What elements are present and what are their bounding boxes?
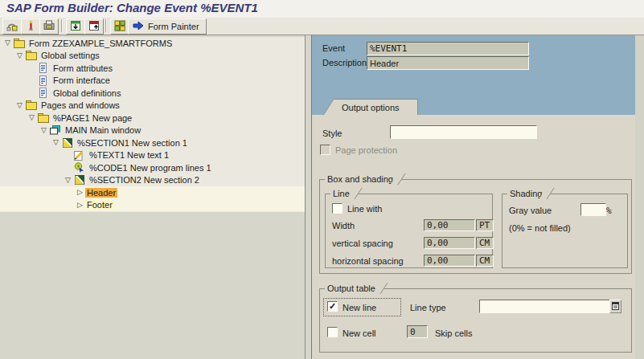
document-icon xyxy=(37,75,49,86)
width-label: Width xyxy=(332,221,355,230)
page-protection-label: Page protection xyxy=(335,145,397,155)
form-painter-button[interactable]: Form Painter xyxy=(128,18,207,35)
dropdown-list-icon xyxy=(612,301,619,312)
tree-node-section2[interactable]: %SECTION2 New section 2 xyxy=(0,174,305,187)
expand-open-icon[interactable] xyxy=(14,51,25,61)
tree-node-global-settings[interactable]: Global settings xyxy=(0,50,305,63)
arrow-right-icon xyxy=(133,21,144,32)
tree-node-main-window[interactable]: MAIN Main window xyxy=(0,124,305,137)
page-title: SAP Form Builder: Change Event %EVENT1 xyxy=(6,1,258,14)
tree-node-label[interactable]: %PAGE1 New page xyxy=(51,113,133,123)
field-list-icon xyxy=(113,19,126,34)
width-unit-field[interactable]: PT xyxy=(476,219,494,231)
section-icon xyxy=(73,175,85,185)
description-field[interactable]: Header xyxy=(367,56,529,70)
tree-node-label[interactable]: Global definitions xyxy=(51,88,122,98)
expand-open-icon[interactable] xyxy=(51,137,61,148)
tree-node-label[interactable]: Form attributes xyxy=(51,63,114,73)
form-painter-label: Form Painter xyxy=(148,22,199,31)
new-cell-label: New cell xyxy=(343,328,376,338)
tree-node-label[interactable]: Footer xyxy=(85,200,114,210)
title-bar: SAP Form Builder: Change Event %EVENT1 xyxy=(0,0,644,18)
shading-note: (0% = not filled) xyxy=(509,223,571,233)
toggle-display-change-button[interactable] xyxy=(2,18,22,35)
document-icon xyxy=(37,63,49,73)
width-field[interactable]: 0,00 xyxy=(424,219,475,231)
tree-node-label[interactable]: Pages and windows xyxy=(39,100,121,110)
folder-icon xyxy=(25,100,37,110)
skip-cells-label: Skip cells xyxy=(435,328,472,338)
horizontal-spacing-label: horizontal spacing xyxy=(332,256,404,266)
toolbar: Form Painter xyxy=(0,18,644,35)
tree-node-label-selected[interactable]: Header xyxy=(85,188,117,198)
line-with-checkbox[interactable] xyxy=(332,203,343,214)
print-button[interactable] xyxy=(39,18,59,35)
new-cell-checkbox[interactable] xyxy=(327,327,338,337)
tree-node-label[interactable]: %TEXT1 New text 1 xyxy=(88,150,170,160)
expand-open-icon[interactable] xyxy=(63,175,73,186)
vertical-spacing-field[interactable]: 0,00 xyxy=(424,237,475,249)
tree-node-form-attributes[interactable]: Form attributes xyxy=(0,62,305,75)
tab-output-options[interactable]: Output options xyxy=(323,99,418,115)
tree-node-footer[interactable]: Footer xyxy=(0,199,305,212)
expand-open-icon[interactable] xyxy=(2,38,13,48)
folder-icon xyxy=(13,39,25,48)
shading-group: Shading Gray value % (0% = not filled) xyxy=(502,194,628,268)
tree-node-label[interactable]: MAIN Main window xyxy=(64,125,142,135)
text-node-icon xyxy=(73,150,85,161)
expand-open-icon[interactable] xyxy=(14,100,25,111)
import-button[interactable] xyxy=(66,18,85,35)
skip-cells-field[interactable]: 0 xyxy=(407,325,428,338)
box-and-shading-title: Box and shading xyxy=(325,173,395,185)
tree-node-label[interactable]: Global settings xyxy=(39,51,101,60)
field-list-button[interactable] xyxy=(110,18,129,35)
new-line-checkbox[interactable] xyxy=(327,301,338,312)
export-button[interactable] xyxy=(84,18,104,35)
tree-node-section1[interactable]: %SECTION1 New section 1 xyxy=(0,137,305,149)
tree-node-global-definitions[interactable]: Global definitions xyxy=(0,87,305,100)
print-icon xyxy=(43,19,55,34)
navigation-tree: Form ZZEXAMPLE_SMARTFORMS Global setting… xyxy=(0,37,305,212)
tree-node-form-interface[interactable]: Form interface xyxy=(0,75,305,88)
tree-node-page1[interactable]: %PAGE1 New page xyxy=(0,112,305,124)
new-line-label: New line xyxy=(343,303,376,312)
test-button[interactable] xyxy=(21,18,40,35)
tree-node-code1[interactable]: %CODE1 New program lines 1 xyxy=(0,161,305,174)
vertical-spacing-unit-field[interactable]: CM xyxy=(476,237,494,249)
tree-node-label[interactable]: Form ZZEXAMPLE_SMARTFORMS xyxy=(27,39,174,48)
output-table-group: Output table New line Line type New cell… xyxy=(319,288,632,353)
folder-icon xyxy=(37,113,49,123)
expand-open-icon[interactable] xyxy=(39,125,49,136)
expand-open-icon[interactable] xyxy=(27,112,37,123)
event-field[interactable]: %EVENT1 xyxy=(367,42,529,55)
expand-closed-icon[interactable] xyxy=(75,187,85,198)
tree-node-label[interactable]: %SECTION2 New section 2 xyxy=(88,175,201,185)
output-table-title: Output table xyxy=(325,283,377,294)
event-label: Event xyxy=(322,43,345,53)
tree-node-form[interactable]: Form ZZEXAMPLE_SMARTFORMS xyxy=(0,37,305,50)
shading-group-title: Shading xyxy=(507,188,544,199)
output-options-panel: Style Page protection Box and shading Li… xyxy=(312,115,635,359)
tree-node-pages-and-windows[interactable]: Pages and windows xyxy=(0,100,305,112)
expand-closed-icon[interactable] xyxy=(75,200,85,210)
import-icon xyxy=(69,19,82,34)
tree-node-label[interactable]: %CODE1 New program lines 1 xyxy=(88,163,213,173)
line-group: Line Line with Width 0,00 PT vertical sp… xyxy=(325,194,493,268)
window-edge xyxy=(635,35,644,359)
box-and-shading-group: Box and shading Line Line with Width 0,0… xyxy=(319,179,632,274)
line-type-label: Line type xyxy=(410,303,446,312)
horizontal-spacing-unit-field[interactable]: CM xyxy=(476,255,494,267)
line-type-field[interactable] xyxy=(479,300,613,313)
toolbar-separator xyxy=(61,19,63,32)
tree-node-label[interactable]: Form interface xyxy=(51,75,112,85)
horizontal-spacing-field[interactable]: 0,00 xyxy=(424,255,475,267)
section-icon xyxy=(61,138,73,148)
tree-node-text1[interactable]: %TEXT1 New text 1 xyxy=(0,149,305,162)
gray-value-field[interactable] xyxy=(580,203,606,216)
tree-node-header[interactable]: Header xyxy=(0,186,305,199)
line-group-title: Line xyxy=(330,188,351,199)
export-icon xyxy=(88,19,100,34)
tree-node-label[interactable]: %SECTION1 New section 1 xyxy=(76,138,189,148)
style-field[interactable] xyxy=(390,125,537,139)
line-type-dropdown-button[interactable] xyxy=(609,300,621,313)
